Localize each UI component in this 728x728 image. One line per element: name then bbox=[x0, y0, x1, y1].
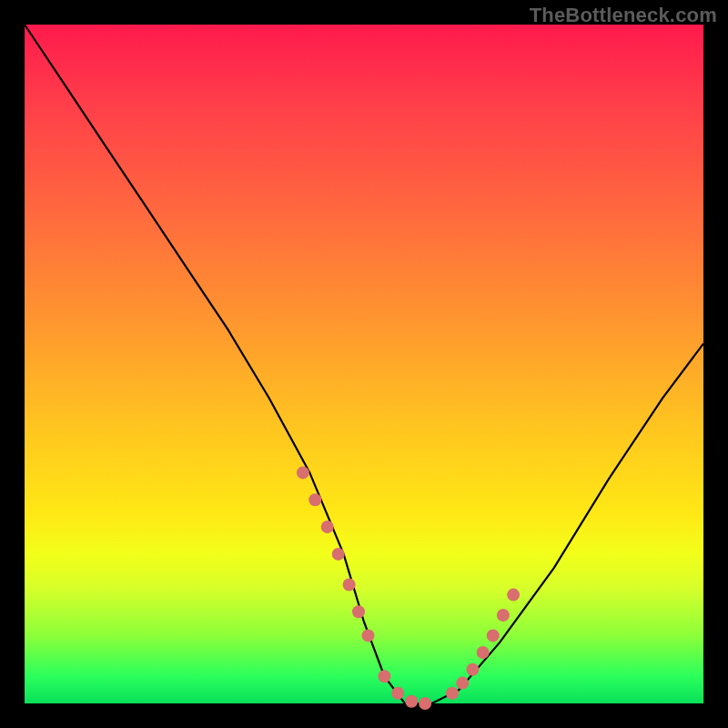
highlight-dot bbox=[332, 548, 345, 561]
highlight-dot bbox=[477, 646, 490, 659]
highlight-dot bbox=[378, 670, 390, 682]
highlight-dot bbox=[507, 589, 520, 602]
highlight-dot bbox=[405, 695, 418, 708]
highlight-dot bbox=[297, 466, 309, 479]
highlight-dot bbox=[497, 609, 510, 622]
highlight-dot bbox=[466, 663, 479, 676]
highlight-dot bbox=[446, 687, 459, 700]
highlight-dot bbox=[362, 629, 375, 642]
highlight-dot bbox=[308, 493, 321, 506]
highlight-dots bbox=[297, 466, 520, 710]
plot-area bbox=[25, 25, 703, 703]
highlight-dot bbox=[343, 579, 356, 592]
chart-svg bbox=[25, 25, 703, 703]
highlight-dot bbox=[419, 697, 431, 710]
highlight-dot bbox=[456, 677, 469, 690]
highlight-dot bbox=[391, 687, 404, 700]
watermark-text: TheBottleneck.com bbox=[530, 4, 717, 27]
chart-frame: TheBottleneck.com bbox=[0, 0, 728, 728]
bottleneck-curve bbox=[25, 25, 703, 703]
highlight-dot bbox=[352, 605, 365, 618]
highlight-dot bbox=[487, 629, 500, 642]
highlight-dot bbox=[321, 521, 334, 533]
